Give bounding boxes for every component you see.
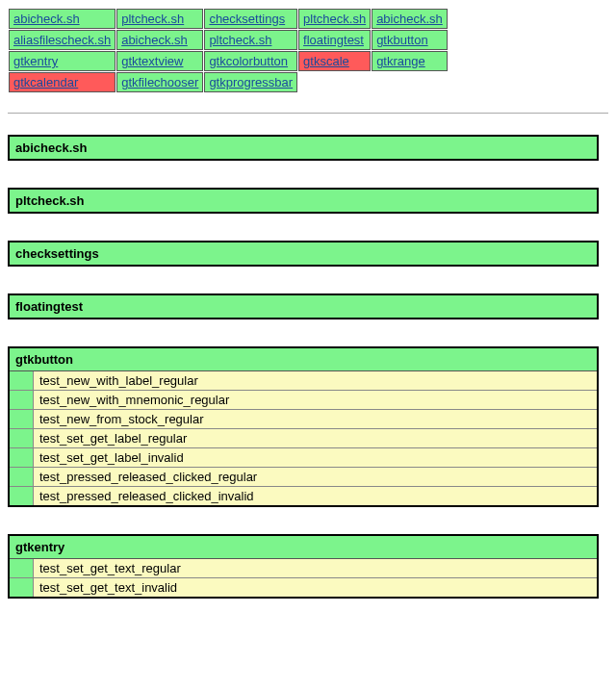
summary-link[interactable]: gtkscale: [303, 54, 349, 68]
separator: [8, 113, 608, 114]
summary-cell[interactable]: gtkcalendar: [9, 72, 116, 92]
test-name: test_pressed_released_clicked_regular: [34, 468, 599, 487]
summary-link[interactable]: floatingtest: [303, 33, 364, 47]
table-row: test_set_get_text_regular: [9, 559, 598, 578]
summary-cell[interactable]: gtkfilechooser: [116, 72, 203, 92]
summary-link[interactable]: gtkrange: [376, 54, 425, 68]
detail-title: gtkentry: [9, 535, 598, 559]
table-row: test_new_with_mnemonic_regular: [9, 391, 598, 410]
summary-link[interactable]: abicheck.sh: [376, 12, 443, 26]
summary-cell[interactable]: abicheck.sh: [116, 30, 203, 50]
summary-link[interactable]: abicheck.sh: [121, 33, 188, 47]
test-name: test_set_get_label_regular: [34, 429, 599, 448]
test-name: test_pressed_released_clicked_invalid: [34, 487, 599, 507]
status-cell: [9, 468, 34, 487]
summary-cell[interactable]: gtkprogressbar: [204, 72, 297, 92]
detail-block: floatingtest: [8, 293, 599, 319]
summary-cell[interactable]: gtktextview: [116, 51, 203, 71]
summary-link[interactable]: gtkcalendar: [13, 75, 78, 89]
detail-block: gtkbutton test_new_with_label_regular te…: [8, 346, 599, 507]
test-name: test_set_get_label_invalid: [34, 448, 599, 468]
summary-cell[interactable]: abicheck.sh: [9, 9, 116, 29]
test-name: test_new_with_mnemonic_regular: [34, 391, 599, 410]
summary-cell[interactable]: gtkcolorbutton: [204, 51, 297, 71]
summary-link[interactable]: aliasfilescheck.sh: [13, 33, 111, 47]
detail-block: abicheck.sh: [8, 135, 599, 161]
summary-cell[interactable]: pltcheck.sh: [204, 30, 297, 50]
summary-table: abicheck.shpltcheck.shchecksettingspltch…: [8, 8, 449, 93]
detail-title: abicheck.sh: [9, 136, 598, 160]
status-cell: [9, 391, 34, 410]
summary-link[interactable]: gtkfilechooser: [121, 75, 198, 89]
summary-cell[interactable]: gtkrange: [372, 51, 448, 71]
summary-link[interactable]: abicheck.sh: [13, 12, 80, 26]
summary-link[interactable]: gtkentry: [13, 54, 58, 68]
summary-link[interactable]: gtkbutton: [376, 33, 428, 47]
detail-title: gtkbutton: [9, 347, 598, 371]
summary-link[interactable]: pltcheck.sh: [209, 33, 271, 47]
table-row: test_new_with_label_regular: [9, 371, 598, 391]
summary-cell[interactable]: checksettings: [204, 9, 297, 29]
detail-block: checksettings: [8, 241, 599, 267]
summary-cell[interactable]: gtkscale: [298, 51, 371, 71]
summary-cell[interactable]: abicheck.sh: [372, 9, 448, 29]
summary-cell[interactable]: pltcheck.sh: [298, 9, 371, 29]
detail-block: pltcheck.sh: [8, 188, 599, 214]
table-row: test_new_from_stock_regular: [9, 410, 598, 429]
test-name: test_set_get_text_regular: [34, 559, 599, 578]
table-row: test_set_get_label_invalid: [9, 448, 598, 468]
summary-link[interactable]: checksettings: [209, 12, 285, 26]
summary-link[interactable]: pltcheck.sh: [121, 12, 184, 26]
status-cell: [9, 448, 34, 468]
test-name: test_new_with_label_regular: [34, 371, 599, 391]
status-cell: [9, 410, 34, 429]
details-container: abicheck.shpltcheck.shchecksettingsfloat…: [8, 135, 608, 599]
test-name: test_set_get_text_invalid: [34, 578, 599, 599]
status-cell: [9, 371, 34, 391]
summary-cell[interactable]: gtkbutton: [372, 30, 448, 50]
table-row: test_set_get_text_invalid: [9, 578, 598, 599]
test-name: test_new_from_stock_regular: [34, 410, 599, 429]
status-cell: [9, 559, 34, 578]
detail-title: checksettings: [9, 242, 598, 266]
summary-link[interactable]: gtkprogressbar: [209, 75, 293, 89]
detail-block: gtkentry test_set_get_text_regular test_…: [8, 534, 599, 599]
table-row: test_pressed_released_clicked_invalid: [9, 487, 598, 507]
summary-link[interactable]: gtkcolorbutton: [209, 54, 288, 68]
table-row: test_set_get_label_regular: [9, 429, 598, 448]
status-cell: [9, 578, 34, 599]
status-cell: [9, 429, 34, 448]
summary-cell[interactable]: gtkentry: [9, 51, 116, 71]
summary-link[interactable]: pltcheck.sh: [303, 12, 366, 26]
detail-title: pltcheck.sh: [9, 189, 598, 213]
status-cell: [9, 487, 34, 507]
summary-cell[interactable]: aliasfilescheck.sh: [9, 30, 116, 50]
summary-link[interactable]: gtktextview: [121, 54, 183, 68]
summary-cell[interactable]: floatingtest: [298, 30, 371, 50]
table-row: test_pressed_released_clicked_regular: [9, 468, 598, 487]
detail-title: floatingtest: [9, 294, 598, 319]
summary-cell[interactable]: pltcheck.sh: [116, 9, 203, 29]
